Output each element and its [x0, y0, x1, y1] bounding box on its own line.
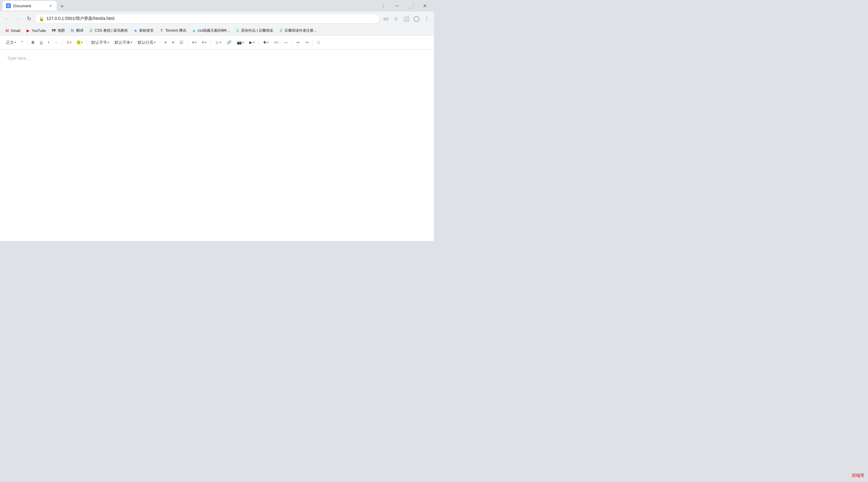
- paragraph-style-dropdown[interactable]: 正文 ▾: [4, 38, 19, 47]
- bookmark-gmail[interactable]: M Gmail: [2, 27, 23, 34]
- split-view-button[interactable]: ⬜: [401, 14, 411, 24]
- bookmark-douban-author[interactable]: 豆 豆瓣阅读作者注册...: [276, 27, 319, 34]
- bookmark-label: CSS 教程 | 菜鸟教程: [95, 28, 128, 33]
- link-button[interactable]: 🔗: [224, 38, 234, 47]
- new-tab-button[interactable]: +: [58, 2, 66, 10]
- bookmark-label: Gmail: [11, 29, 20, 33]
- address-bar[interactable]: 🔒 127.0.0.1:5501/用户界面/html/a.html: [35, 14, 380, 24]
- emoji-icon: ☺: [215, 40, 219, 45]
- table-dropdown[interactable]: ✚ ▾: [261, 38, 271, 47]
- browser-tab[interactable]: D Document ×: [2, 1, 57, 10]
- bold-icon: B: [32, 40, 34, 45]
- minimize-button[interactable]: ─: [390, 0, 404, 11]
- task-list-button[interactable]: ☑: [177, 38, 186, 47]
- italic-button[interactable]: I: [45, 38, 52, 47]
- bold-button[interactable]: B: [29, 38, 37, 47]
- highlight-arrow: ▾: [81, 41, 83, 44]
- align-arrow: ▾: [195, 41, 196, 44]
- bookmark-css-hidden[interactable]: ◈ css隐藏元素的9种...: [189, 27, 232, 34]
- align-dropdown[interactable]: ≡ ▾: [190, 38, 199, 47]
- align-icon: ≡: [192, 40, 194, 45]
- indent-dropdown[interactable]: ≡ ▾: [199, 38, 209, 47]
- highlight-button[interactable]: A ▾: [74, 38, 85, 47]
- video-arrow: ▾: [253, 41, 254, 44]
- forward-button[interactable]: →: [13, 14, 23, 24]
- image-icon: 📷: [237, 40, 242, 45]
- bookmark-button[interactable]: ☆: [391, 14, 401, 24]
- profile-button[interactable]: ◯: [412, 14, 421, 24]
- bullet-list-button[interactable]: ≡: [162, 38, 169, 47]
- tab-close-button[interactable]: ×: [48, 3, 53, 8]
- back-button[interactable]: ←: [2, 14, 12, 24]
- more-button[interactable]: ···: [52, 38, 60, 47]
- douban-author-icon: 豆: [278, 28, 283, 33]
- undo-icon: ↩: [297, 40, 300, 45]
- video-dropdown[interactable]: ▶ ▾: [247, 38, 257, 47]
- code-icon: <>: [274, 40, 278, 45]
- font-family-label: 默认字体: [115, 40, 130, 45]
- reload-button[interactable]: ↻: [24, 14, 34, 24]
- editor-toolbar: 正文 ▾ " B U I ··· A ▾: [0, 36, 434, 50]
- table-icon: ✚: [263, 40, 267, 45]
- font-color-button[interactable]: A ▾: [64, 38, 74, 47]
- separator-5: [187, 39, 188, 46]
- indent-arrow: ▾: [205, 41, 207, 44]
- image-dropdown[interactable]: 📷 ▾: [235, 38, 246, 47]
- separator-2: [62, 39, 62, 46]
- close-button[interactable]: ✕: [418, 0, 432, 11]
- highlight-icon: A: [77, 40, 81, 45]
- font-family-dropdown[interactable]: 默认字体 ▾: [112, 38, 135, 47]
- bookmark-youtube[interactable]: ▶ YouTube: [23, 27, 48, 34]
- blockquote-button[interactable]: ": [19, 38, 25, 47]
- menu-button[interactable]: ⋮: [422, 14, 432, 24]
- youtube-icon: ▶: [26, 28, 30, 33]
- line-height-dropdown[interactable]: 默认行高 ▾: [135, 38, 158, 47]
- editor-placeholder: Type here...: [7, 56, 30, 61]
- fullscreen-icon: □: [317, 40, 320, 45]
- bookmark-translate[interactable]: 翻 翻译: [68, 27, 86, 34]
- undo-button[interactable]: ↩: [294, 38, 302, 47]
- underline-icon: U: [40, 40, 42, 45]
- separator-6: [211, 39, 211, 46]
- redo-icon: ↪: [305, 40, 309, 45]
- redo-button[interactable]: ↪: [303, 38, 311, 47]
- cast-button[interactable]: ▭: [381, 14, 391, 24]
- font-size-dropdown[interactable]: 默认字号 ▾: [89, 38, 112, 47]
- image-arrow: ▾: [242, 41, 244, 44]
- security-icon: 🔒: [39, 16, 44, 21]
- bookmark-label: css隐藏元素的9种...: [198, 28, 230, 33]
- douban-original-icon: 豆: [235, 28, 240, 33]
- separator-8: [292, 39, 292, 46]
- horizontal-rule-icon: ―: [284, 40, 288, 45]
- underline-button[interactable]: U: [37, 38, 45, 47]
- maps-icon: 🗺: [52, 28, 56, 33]
- translate-icon: 翻: [70, 28, 75, 33]
- css-hidden-icon: ◈: [192, 28, 196, 33]
- indent-icon: ≡: [202, 40, 204, 45]
- bookmark-tencent[interactable]: T Tencent 腾讯: [157, 27, 188, 34]
- bookmark-label: 新标签页: [139, 28, 154, 33]
- line-height-label: 默认行高: [138, 40, 153, 45]
- editor-area[interactable]: Type here...: [0, 50, 434, 241]
- bookmark-label: Tencent 腾讯: [165, 28, 186, 33]
- restore-button[interactable]: ⬜: [404, 0, 418, 11]
- bookmark-douban-original[interactable]: 豆 原创作品 | 豆瓣阅读: [233, 27, 276, 34]
- code-button[interactable]: <>: [272, 38, 281, 47]
- separator-7: [258, 39, 259, 46]
- emoji-dropdown[interactable]: ☺ ▾: [213, 38, 224, 47]
- bookmark-label: 豆瓣阅读作者注册...: [284, 28, 316, 33]
- address-bar-row: ← → ↻ 🔒 127.0.0.1:5501/用户界面/html/a.html …: [0, 11, 434, 26]
- fullscreen-button[interactable]: □: [315, 38, 322, 47]
- bookmark-maps[interactable]: 🗺 地图: [49, 27, 67, 34]
- page-content: 正文 ▾ " B U I ··· A ▾: [0, 36, 434, 241]
- separator-1: [27, 39, 27, 46]
- paragraph-dropdown-arrow: ▾: [14, 41, 16, 44]
- tabs-list-button[interactable]: ⋮: [376, 0, 390, 11]
- gmail-icon: M: [5, 28, 10, 33]
- bookmark-css-tutorial[interactable]: C CSS 教程 | 菜鸟教程: [87, 27, 130, 34]
- bookmark-new-tab[interactable]: ★ 新标签页: [131, 27, 156, 34]
- horizontal-rule-button[interactable]: ―: [281, 38, 290, 47]
- font-color-arrow: ▾: [70, 41, 71, 44]
- ordered-list-button[interactable]: ≡: [170, 38, 177, 47]
- link-icon: 🔗: [227, 40, 231, 45]
